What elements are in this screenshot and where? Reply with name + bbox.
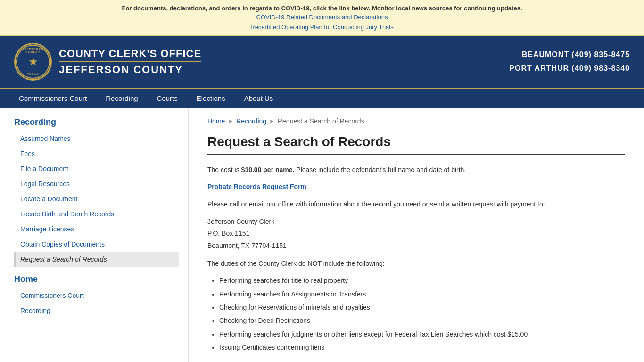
office-title: COUNTY CLERK'S OFFICE JEFFERSON COUNTY	[59, 48, 201, 76]
contact-info: BEAUMONT (409) 835-8475 PORT ARTHUR (409…	[509, 48, 630, 75]
breadcrumb-sep2: ►	[269, 118, 275, 124]
cost-bold: $10.00 per name.	[241, 166, 295, 173]
sidebar-link-fees[interactable]: Fees	[14, 146, 179, 161]
duty-item: Checking for Deed Restrictions	[219, 315, 625, 326]
address-line1: Jefferson County Clerk	[207, 216, 625, 228]
probate-form-link[interactable]: Probate Records Request Form	[207, 183, 306, 190]
covid-link[interactable]: COVID-19 Related Documents and Declarati…	[9, 14, 635, 21]
sidebar-link-request-a-search-of-records[interactable]: Request a Search of Records	[14, 252, 179, 267]
nav-item-courts[interactable]: Courts	[148, 89, 187, 108]
address-block: Jefferson County Clerk P.O. Box 1151 Bea…	[207, 216, 625, 252]
form-link-para: Probate Records Request Form	[207, 181, 625, 192]
address-line2: P.O. Box 1151	[207, 228, 625, 239]
sidebar-link-obtain-copies-of-documents[interactable]: Obtain Copies of Documents	[14, 237, 179, 252]
sidebar-link-locate-birth-and-death-records[interactable]: Locate Birth and Death Records	[14, 206, 179, 222]
main-nav: Commissioners CourtRecordingCourtsElecti…	[0, 88, 644, 108]
duty-item: Performing searches for title to real pr…	[219, 275, 625, 286]
cost-suffix: Please include the defendant's full name…	[294, 166, 466, 173]
breadcrumb-section[interactable]: Recording	[236, 117, 266, 125]
content-area: RecordingAssumed NamesFeesFile a Documen…	[0, 108, 644, 362]
office-line1: COUNTY CLERK'S OFFICE	[59, 48, 201, 62]
duty-item: Checking for Reservations of minerals an…	[219, 302, 625, 313]
nav-item-elections[interactable]: Elections	[187, 89, 235, 108]
duties-list: Performing searches for title to real pr…	[219, 275, 625, 353]
office-line2: JEFFERSON COUNTY	[59, 64, 201, 76]
sidebar-link-assumed-names[interactable]: Assumed Names	[14, 131, 179, 146]
sidebar-link-file-a-document[interactable]: File a Document	[14, 161, 179, 176]
alert-banner: For documents, declarations, and orders …	[0, 0, 644, 36]
sidebar-link-locate-a-document[interactable]: Locate a Document	[14, 191, 179, 206]
main-content: Home ► Recording ► Request a Search of R…	[189, 108, 644, 362]
contact-beaumont: BEAUMONT (409) 835-8475	[509, 48, 630, 62]
duty-item: Performing searches for Assignments or T…	[219, 289, 625, 299]
header: JEFFERSON COUNTY ★ TEXAS COUNTY CLERK'S …	[0, 36, 644, 88]
contact-paragraph: Please call or email our office with inf…	[207, 199, 625, 209]
sidebar-section-title: Home	[14, 274, 179, 284]
alert-text: For documents, declarations, and orders …	[122, 5, 522, 12]
sidebar-link-commissioners-court[interactable]: Commissioners Court	[14, 288, 179, 303]
jury-trials-link[interactable]: Recertified Operating Plan for Conductin…	[9, 24, 635, 31]
sidebar-section-title: Recording	[14, 117, 179, 127]
duty-item: Issuing Certificates concerning liens	[219, 342, 625, 353]
county-seal: JEFFERSON COUNTY ★ TEXAS	[14, 43, 52, 81]
duty-item: Performing searches for judgments or oth…	[219, 329, 625, 339]
nav-item-commissioners-court[interactable]: Commissioners Court	[9, 89, 96, 108]
sidebar-link-recording[interactable]: Recording	[14, 303, 179, 318]
cost-prefix: The cost is	[207, 166, 241, 173]
breadcrumb-current: Request a Search of Records	[278, 117, 364, 125]
breadcrumb: Home ► Recording ► Request a Search of R…	[207, 117, 625, 125]
contact-port-arthur: PORT ARTHUR (409) 983-8340	[509, 62, 630, 75]
nav-item-recording[interactable]: Recording	[96, 89, 147, 108]
content-body: The cost is $10.00 per name. Please incl…	[207, 165, 625, 353]
page-title: Request a Search of Records	[207, 134, 625, 155]
sidebar-link-marriage-licenses[interactable]: Marriage Licenses	[14, 222, 179, 237]
breadcrumb-home[interactable]: Home	[207, 117, 225, 125]
logo-area: JEFFERSON COUNTY ★ TEXAS COUNTY CLERK'S …	[14, 43, 201, 81]
sidebar-link-legal-resources[interactable]: Legal Resources	[14, 176, 179, 191]
breadcrumb-sep1: ►	[228, 118, 233, 124]
duties-intro: The duties of the County Clerk do NOT in…	[207, 258, 625, 269]
sidebar: RecordingAssumed NamesFeesFile a Documen…	[0, 108, 189, 362]
address-line3: Beaumont, TX 77704-1151	[207, 240, 625, 252]
cost-paragraph: The cost is $10.00 per name. Please incl…	[207, 165, 625, 175]
nav-item-about-us[interactable]: About Us	[235, 89, 283, 108]
